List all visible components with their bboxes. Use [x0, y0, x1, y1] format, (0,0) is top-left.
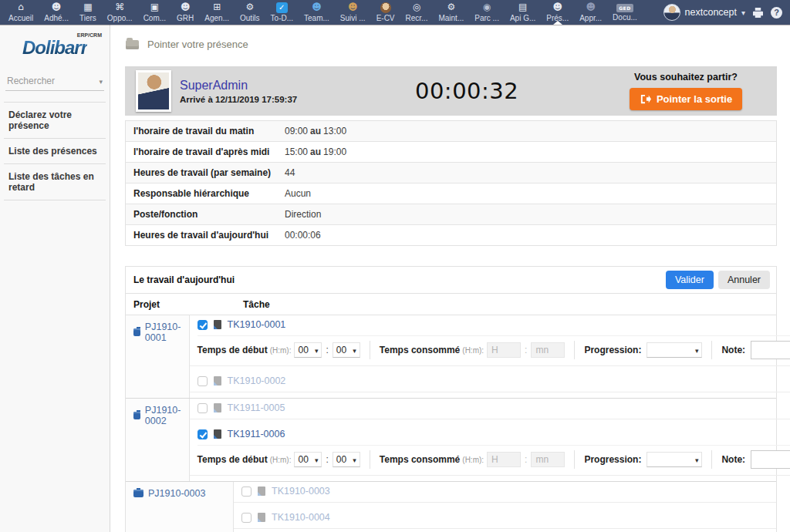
note-textarea[interactable] [751, 450, 790, 469]
info-row: Poste/fonctionDirection [126, 204, 776, 224]
col-project: Projet [126, 294, 234, 315]
consumed-hour-input[interactable] [487, 452, 521, 467]
topnav-item-label: Appr... [579, 14, 602, 22]
topnav-item-label: Accueil [8, 14, 33, 22]
project-link[interactable]: PJ1910-0001 [133, 322, 184, 343]
info-value: Aucun [285, 188, 311, 199]
topnav-item-recruitment[interactable]: ◎Recr... [400, 0, 434, 25]
presence-card: SuperAdmin Arrivé à 12/11/2019 17:59:37 … [125, 66, 777, 116]
task-checkbox[interactable] [241, 513, 252, 523]
info-row: l'horaire de travail du matin09:00au13:0… [126, 121, 776, 141]
topnav-item-third-parties[interactable]: ▦Tiers [74, 0, 102, 25]
presence-timer: 00:00:32 [297, 78, 606, 104]
topnav-item-label: Tiers [79, 14, 96, 22]
topnav-item-members[interactable]: ☻Adhé... [39, 0, 74, 25]
project-link[interactable]: PJ1910-0003 [133, 488, 205, 499]
topnav-item-documents[interactable]: GEDDocu... [607, 0, 643, 25]
work-header: Le travail d'aujourd'hui Valider Annuler [126, 267, 776, 294]
user-menu[interactable]: nextconcept [663, 4, 745, 21]
topnav-item-opportunities[interactable]: ⌘Oppo... [102, 0, 138, 25]
task-link[interactable]: TK1911-0006 [228, 429, 285, 439]
fleet-icon: ◉ [483, 2, 491, 13]
topnav-item-todo[interactable]: ✓To-D... [265, 0, 299, 25]
topnav-item-hr-grh[interactable]: ☻GRH [171, 0, 199, 25]
topnav-item-label: Recr... [406, 14, 428, 22]
start-minute-select[interactable]: 00 [333, 342, 360, 358]
topnav-item-api-g[interactable]: ▤Api G... [505, 0, 541, 25]
print-icon[interactable] [752, 8, 764, 18]
task-link[interactable]: TK1911-0005 [228, 402, 285, 413]
clock-out-button[interactable]: Pointer la sortie [630, 88, 742, 110]
topnav-item-label: Com... [143, 14, 166, 22]
sidebar-item-presence-list[interactable]: Liste des présences [4, 138, 106, 163]
help-icon[interactable]: ? [771, 7, 782, 19]
progression-select[interactable] [647, 452, 702, 467]
task-checkbox[interactable] [198, 376, 208, 386]
sidebar-item-declare-presence[interactable]: Déclarez votre présence [4, 102, 106, 138]
topnav-item-maintenance[interactable]: ⚙Maint... [433, 0, 469, 25]
cancel-button[interactable]: Annuler [718, 271, 770, 289]
info-label: l'horaire de travail d'après midi [133, 146, 285, 157]
info-value: 44 [285, 167, 295, 178]
start-hour-select[interactable]: 00 [294, 342, 322, 358]
project-link[interactable]: PJ1910-0002 [133, 405, 184, 426]
progression-select[interactable] [647, 342, 702, 358]
leave-question: Vous souhaitez partir? [606, 72, 766, 82]
sidebar: Dolibarr ERP/CRM Déclarez votre présence… [0, 25, 110, 532]
start-minute-select[interactable]: 00 [333, 452, 360, 467]
consumed-minute-input[interactable] [531, 342, 565, 358]
recruitment-icon: ◎ [413, 2, 420, 13]
topnav-item-presence[interactable]: ☻Prés... [541, 0, 574, 25]
caret-icon [695, 454, 699, 465]
project-group: PJ1910-0003 TK1910-0003 TK1910-0004 [126, 482, 776, 532]
topnav-item-label: Agen... [204, 14, 229, 22]
topnav-item-label: To-D... [271, 14, 293, 22]
maintenance-icon: ⚙ [447, 2, 455, 13]
info-value: Direction [285, 209, 321, 220]
note-textarea[interactable] [751, 341, 790, 359]
task-link[interactable]: TK1910-0004 [272, 512, 330, 523]
topnav-item-label: Suivi ... [340, 14, 366, 22]
search-input[interactable] [5, 72, 104, 91]
logo-tag: ERP/CRM [77, 32, 102, 38]
sidebar-item-late-tasks[interactable]: Liste des tâches en retard [4, 163, 106, 200]
info-row: l'horaire de travail d'après midi15:00au… [126, 141, 776, 162]
topnav-item-commerce[interactable]: ▣Com... [138, 0, 171, 25]
start-hour-select[interactable]: 00 [294, 452, 322, 467]
info-label: Responsable hiérarchique [133, 188, 285, 199]
info-value: 09:00au13:00 [285, 126, 346, 136]
consumed-hour-input[interactable] [487, 342, 521, 358]
topnav-item-tools[interactable]: ⚙Outils [235, 0, 265, 25]
topnav-item-approvals[interactable]: ☻Appr... [574, 0, 607, 25]
col-task: Tâche [234, 294, 270, 315]
task-row: TK1910-0004 [234, 508, 776, 529]
commerce-icon: ▣ [150, 2, 159, 13]
topnav-item-team[interactable]: ☻Team... [299, 0, 335, 25]
members-icon: ☻ [52, 2, 62, 13]
task-checkbox[interactable] [241, 487, 252, 497]
task-link[interactable]: TK1910-0003 [272, 486, 330, 497]
caret-icon [353, 345, 356, 355]
user-avatar [663, 4, 680, 21]
topnav-item-fleet[interactable]: ◉Parc ... [469, 0, 505, 25]
project-group: PJ1910-0002 TK1911-0005 TK1911-0006 [126, 399, 776, 482]
topnav-items: ⌂Accueil☻Adhé...▦Tiers⌘Oppo...▣Com...☻GR… [3, 0, 643, 25]
topnav-item-home[interactable]: ⌂Accueil [3, 0, 39, 25]
caret-icon [353, 454, 356, 465]
task-link[interactable]: TK1910-0002 [228, 375, 286, 386]
consumed-minute-input[interactable] [531, 452, 565, 467]
topnav-item-agenda[interactable]: ⊞Agen... [199, 0, 235, 25]
task-inputs: Temps de début (H:m): 00 00 Temps consom… [198, 445, 790, 471]
page-title-label: Pointer votre présence [147, 39, 248, 50]
topnav-item-e-cv[interactable]: E-CV [371, 0, 400, 25]
topnav-item-tracking[interactable]: ☻Suivi ... [335, 0, 371, 25]
task-checkbox[interactable] [198, 429, 208, 439]
info-row: Responsable hiérarchiqueAucun [126, 183, 776, 204]
task-row: TK1911-0006 Temps de début (H:m): 00 00 … [190, 425, 790, 476]
task-checkbox[interactable] [198, 403, 208, 413]
task-icon [258, 513, 265, 522]
task-link[interactable]: TK1910-0001 [228, 319, 286, 330]
validate-button[interactable]: Valider [666, 271, 714, 289]
tools-icon: ⚙ [245, 2, 254, 13]
task-checkbox[interactable] [198, 320, 208, 330]
